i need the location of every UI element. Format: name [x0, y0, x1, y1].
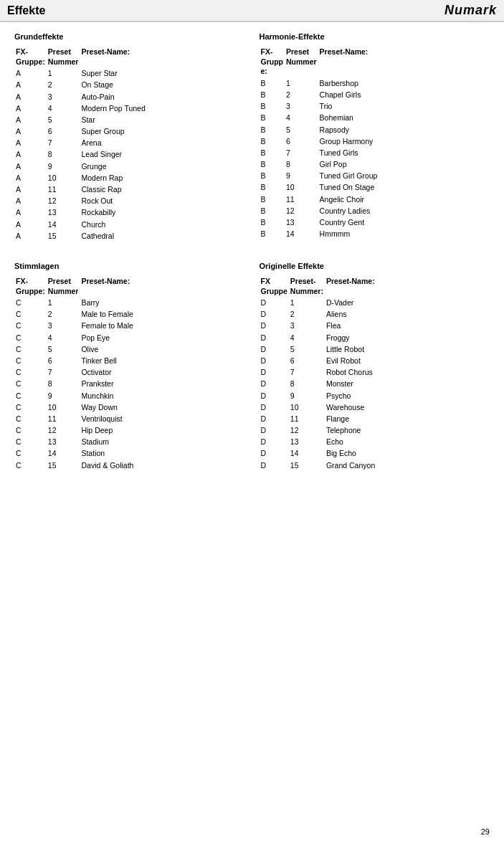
table-cell: B: [260, 181, 285, 193]
table-row: B1Barbershop: [260, 77, 490, 89]
table-row: A10Modern Rap: [14, 172, 245, 184]
table-row: D4Froggy: [260, 332, 490, 343]
table-row: D1D-Vader: [260, 297, 490, 308]
table-row: A11Classic Rap: [14, 184, 245, 195]
table-cell: Trio: [318, 100, 490, 112]
table-cell: 12: [47, 424, 80, 436]
table-cell: 9: [285, 170, 318, 181]
table-cell: A: [14, 114, 47, 125]
table-cell: A: [14, 184, 47, 195]
table-cell: Super Star: [80, 67, 244, 79]
table-row: B3Trio: [260, 100, 490, 112]
table-row: B2Chapel Girls: [260, 89, 490, 100]
table-cell: C: [14, 366, 47, 378]
grundeffekte-title: Grundeffekte: [14, 32, 245, 41]
grundeffekte-col-num: PresetNummer: [47, 47, 80, 67]
table-cell: 9: [289, 390, 325, 401]
table-cell: 2: [47, 79, 80, 90]
originelle-col-num: Preset-Nummer:: [289, 276, 325, 297]
grundeffekte-section: Grundeffekte FX-Gruppe: PresetNummer Pre…: [14, 29, 245, 242]
table-cell: 7: [47, 366, 80, 378]
table-row: D13Echo: [260, 436, 490, 447]
table-cell: 12: [289, 424, 325, 436]
table-cell: Country Gent: [318, 217, 490, 228]
table-cell: D: [260, 355, 289, 366]
table-cell: B: [260, 194, 285, 205]
table-cell: 4: [285, 112, 318, 123]
table-cell: 4: [289, 332, 325, 343]
table-row: C10Way Down: [14, 401, 245, 413]
page-title: Effekte: [7, 4, 45, 17]
table-cell: B: [260, 217, 285, 228]
table-cell: C: [14, 401, 47, 413]
table-cell: C: [14, 413, 47, 424]
table-cell: A: [14, 91, 47, 103]
table-cell: C: [14, 424, 47, 436]
table-cell: 15: [47, 230, 80, 242]
table-cell: Lead Singer: [80, 148, 244, 160]
table-cell: 11: [47, 413, 80, 424]
table-cell: 8: [285, 158, 318, 170]
table-cell: Warehouse: [325, 401, 490, 413]
table-cell: A: [14, 206, 47, 218]
table-row: C12Hip Deep: [14, 424, 245, 436]
table-cell: Modern Pop Tuned: [80, 103, 244, 114]
table-cell: Group Harmony: [318, 136, 490, 147]
table-cell: 8: [47, 378, 80, 389]
table-row: C11Ventriloquist: [14, 413, 245, 424]
stimmlagen-header-row: FX-Gruppe: PresetNummer Preset-Name:: [14, 276, 245, 297]
table-cell: Bohemian: [318, 112, 490, 123]
table-cell: D: [260, 390, 289, 401]
table-row: D2Aliens: [260, 308, 490, 320]
table-cell: Barbershop: [318, 77, 490, 89]
content-area: Grundeffekte FX-Gruppe: PresetNummer Pre…: [0, 22, 504, 478]
table-cell: Hmmmm: [318, 228, 490, 239]
stimmlagen-col-num: PresetNummer: [47, 276, 80, 297]
table-row: C2Male to Female: [14, 308, 245, 320]
table-cell: A: [14, 172, 47, 184]
table-cell: B: [260, 158, 285, 170]
stimmlagen-body: C1BarryC2Male to FemaleC3Female to MaleC…: [14, 297, 245, 471]
table-cell: 13: [289, 436, 325, 447]
harmonie-col-num: PresetNummer: [285, 47, 318, 77]
originelle-header-row: FXGruppe Preset-Nummer: Preset-Name:: [260, 276, 490, 297]
originelle-body: D1D-VaderD2AliensD3FleaD4FroggyD5Little …: [260, 297, 490, 471]
table-cell: Olive: [80, 343, 244, 355]
table-cell: 3: [47, 91, 80, 103]
originelle-col-group: FXGruppe: [260, 276, 289, 297]
table-cell: Auto-Pain: [80, 91, 244, 103]
originelle-section: Originelle Effekte FXGruppe Preset-Numme…: [260, 259, 490, 471]
table-cell: Tuned Girl Group: [318, 170, 490, 181]
table-row: B6Group Harmony: [260, 136, 490, 147]
table-row: A6Super Group: [14, 125, 245, 137]
table-cell: D-Vader: [325, 297, 490, 308]
table-row: D7Robot Chorus: [260, 366, 490, 378]
table-cell: 13: [47, 206, 80, 218]
table-cell: On Stage: [80, 79, 244, 90]
table-cell: 2: [289, 308, 325, 320]
table-row: A2On Stage: [14, 79, 245, 90]
table-row: C13Stadium: [14, 436, 245, 447]
table-row: C6Tinker Bell: [14, 355, 245, 366]
table-cell: 5: [47, 343, 80, 355]
table-cell: A: [14, 195, 47, 206]
table-cell: 14: [47, 447, 80, 459]
table-cell: Munchkin: [80, 390, 244, 401]
table-row: C14Station: [14, 447, 245, 459]
table-row: A5Star: [14, 114, 245, 125]
table-row: C9Munchkin: [14, 390, 245, 401]
table-row: C8Prankster: [14, 378, 245, 389]
table-cell: 7: [289, 366, 325, 378]
table-cell: C: [14, 355, 47, 366]
table-cell: C: [14, 343, 47, 355]
table-cell: 10: [47, 401, 80, 413]
table-cell: B: [260, 89, 285, 100]
originelle-title: Originelle Effekte: [260, 262, 490, 270]
table-cell: 6: [47, 355, 80, 366]
table-cell: Big Echo: [325, 447, 490, 459]
table-cell: C: [14, 378, 47, 389]
table-cell: B: [260, 170, 285, 181]
table-cell: Stadium: [80, 436, 244, 447]
table-row: D11Flange: [260, 413, 490, 424]
table-cell: Evil Robot: [325, 355, 490, 366]
